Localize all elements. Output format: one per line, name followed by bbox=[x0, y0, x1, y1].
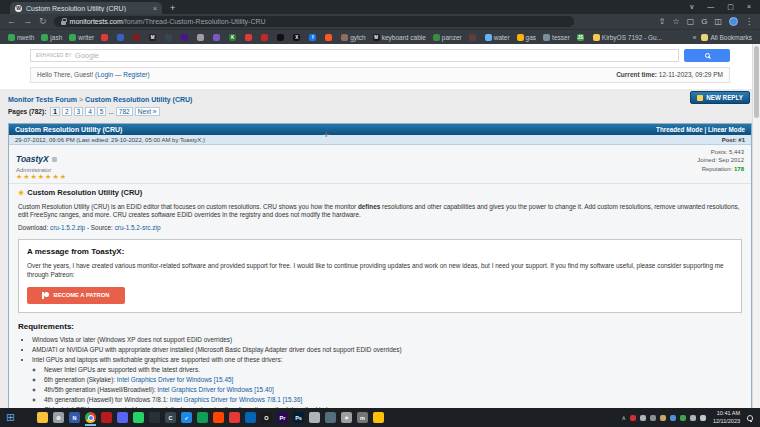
tray-icon-teams-blue[interactable] bbox=[670, 415, 676, 421]
bookmark-red2-app[interactable] bbox=[245, 34, 254, 41]
page-link[interactable]: 2 bbox=[62, 107, 72, 116]
taskbar-icon-premiere[interactable]: Pr bbox=[277, 412, 288, 423]
bookmark-gytch[interactable]: gytch bbox=[341, 34, 366, 41]
taskbar-icon-onedrive[interactable] bbox=[245, 412, 256, 423]
taskbar-icon-photoshop[interactable]: Ps bbox=[293, 412, 304, 423]
bookmark-star-icon[interactable]: ☆ bbox=[672, 17, 679, 26]
taskbar-icon-c-app[interactable]: C bbox=[165, 412, 176, 423]
bookmark-purple-app[interactable] bbox=[181, 34, 190, 41]
page-link[interactable]: 5 bbox=[97, 107, 107, 116]
bookmark-violet-app[interactable] bbox=[213, 34, 222, 41]
taskbar-icon-dark-face[interactable] bbox=[149, 412, 160, 423]
tray-icon-volume[interactable] bbox=[700, 415, 706, 421]
author-reputation-value[interactable]: 178 bbox=[734, 166, 744, 172]
taskbar-icon-settings[interactable]: ⚙ bbox=[53, 412, 64, 423]
taskbar-icon-orange-circle[interactable] bbox=[213, 412, 224, 423]
bookmark-gray-app[interactable] bbox=[197, 34, 206, 41]
tray-expand-icon[interactable]: ∧ bbox=[621, 414, 625, 421]
taskbar-icon-keyboard-app[interactable] bbox=[309, 412, 320, 423]
bookmark-maroon-app[interactable] bbox=[133, 34, 142, 41]
taskbar-icon-steam-like[interactable] bbox=[325, 412, 336, 423]
browser-menu-icon[interactable]: ⋮ bbox=[745, 17, 753, 26]
login-link[interactable]: Login bbox=[97, 71, 113, 78]
download-link[interactable]: cru-1.5.2.zip bbox=[50, 224, 85, 231]
driver-link[interactable]: Intel Graphics Driver for Windows 7/8.1 … bbox=[170, 396, 302, 403]
bookmark-keyboard-cable[interactable]: M keyboard cable bbox=[373, 34, 426, 41]
bookmark-kirbyos-folder[interactable]: KirbyOS 7192 - Gu... bbox=[593, 34, 662, 41]
bookmark-panzer[interactable]: panzer bbox=[433, 34, 462, 41]
bookmark-wheel-app[interactable] bbox=[165, 34, 174, 41]
tab-close-icon[interactable]: × bbox=[153, 5, 157, 12]
bookmark-js-app[interactable]: JS bbox=[577, 34, 586, 41]
taskbar-icon-blue-n-app[interactable]: N bbox=[69, 412, 80, 423]
forward-button[interactable]: → bbox=[23, 17, 32, 26]
bookmark-facebook-app[interactable]: f bbox=[309, 34, 318, 41]
driver-link[interactable]: Intel Graphics Driver for Windows [15.40… bbox=[157, 386, 274, 393]
window-maximize-button[interactable]: ▢ bbox=[727, 3, 734, 11]
bookmark-red3-app[interactable] bbox=[261, 34, 270, 41]
notifications-bell-icon[interactable] bbox=[747, 415, 753, 421]
bookmark-nweth[interactable]: nweth bbox=[8, 34, 34, 41]
bookmark-writer[interactable]: writer bbox=[69, 34, 94, 41]
bookmark-book-app[interactable] bbox=[469, 34, 478, 41]
page-next-link[interactable]: Next » bbox=[135, 107, 160, 116]
breadcrumb-forum-link[interactable]: Monitor Tests Forum bbox=[8, 96, 77, 103]
bookmark-orange-app[interactable] bbox=[325, 34, 334, 41]
bookmark-red-app[interactable] bbox=[101, 34, 110, 41]
bookmarks-overflow-icon[interactable]: « bbox=[693, 34, 697, 41]
taskbar-icon-start[interactable]: ⊞ bbox=[5, 412, 16, 423]
url-bar[interactable]: monitortests.com/forum/Thread-Custom-Res… bbox=[54, 16, 574, 27]
tray-icon-gray-2[interactable] bbox=[650, 415, 656, 421]
page-link[interactable]: 4 bbox=[85, 107, 95, 116]
bookmark-blue-app[interactable] bbox=[117, 34, 126, 41]
all-bookmarks-button[interactable]: All Bookmarks bbox=[701, 34, 752, 41]
taskbar-icon-red-circle[interactable] bbox=[229, 412, 240, 423]
window-restore-down-icon[interactable]: ∨ bbox=[689, 3, 694, 11]
tray-icon-green-square[interactable] bbox=[680, 415, 686, 421]
bookmark-water[interactable]: water bbox=[485, 34, 510, 41]
google-app-icon[interactable]: G bbox=[701, 17, 707, 26]
taskbar-icon-opera[interactable]: O bbox=[261, 412, 272, 423]
register-link[interactable]: Register bbox=[123, 71, 147, 78]
taskbar-icon-check-app[interactable]: ✓ bbox=[181, 412, 192, 423]
driver-link[interactable]: Intel Graphics Driver for Windows [15.45… bbox=[117, 376, 234, 383]
bookmark-tiktok-app[interactable] bbox=[277, 34, 286, 41]
taskbar-icon-file-explorer[interactable] bbox=[37, 412, 48, 423]
page-last-link[interactable]: 782 bbox=[116, 107, 133, 116]
tray-icon-gray-3[interactable] bbox=[690, 415, 696, 421]
author-name-link[interactable]: ToastyX bbox=[16, 154, 49, 164]
taskbar-icon-search[interactable] bbox=[21, 412, 32, 423]
taskbar-icon-chrome[interactable] bbox=[85, 412, 96, 423]
bookmark-gas[interactable]: gas bbox=[517, 34, 536, 41]
tray-icon-blocked-red[interactable] bbox=[630, 415, 636, 421]
tray-icon-gray-1[interactable] bbox=[640, 415, 646, 421]
source-link[interactable]: cru-1.5.2-src.zip bbox=[115, 224, 161, 231]
forum-search-input[interactable]: ENHANCED BY Google bbox=[30, 49, 679, 62]
extensions-icon[interactable]: ▢ bbox=[687, 17, 695, 26]
share-icon[interactable]: ⇧ bbox=[659, 17, 666, 26]
taskbar-icon-drive[interactable] bbox=[197, 412, 208, 423]
scrollbar-thumb[interactable] bbox=[754, 46, 759, 118]
back-button[interactable]: ← bbox=[7, 17, 16, 26]
bookmark-k-app[interactable]: K bbox=[229, 34, 238, 41]
page-scrollbar[interactable] bbox=[752, 44, 760, 408]
bookmark-x-app[interactable]: X bbox=[293, 34, 302, 41]
browser-tab[interactable]: W Custom Resolution Utility (CRU) × bbox=[10, 2, 162, 14]
taskbar-icon-x-tool[interactable]: ✶ bbox=[341, 412, 352, 423]
taskbar-icon-maroon-shield[interactable] bbox=[101, 412, 112, 423]
taskbar-icon-sticky-notes[interactable] bbox=[373, 412, 384, 423]
taskbar-clock[interactable]: 10:41 AM 12/11/2023 bbox=[713, 410, 740, 424]
new-reply-button[interactable]: NEW REPLY bbox=[690, 91, 750, 104]
taskbar-icon-whatsapp[interactable] bbox=[133, 412, 144, 423]
window-minimize-button[interactable]: — bbox=[707, 3, 714, 11]
window-close-button[interactable]: × bbox=[747, 3, 751, 11]
bookmark-jash[interactable]: jash bbox=[41, 34, 62, 41]
bookmark-tesser[interactable]: tesser bbox=[543, 34, 570, 41]
become-a-patron-button[interactable]: BECOME A PATRON bbox=[27, 287, 125, 304]
bookmark-m-app[interactable]: M bbox=[149, 34, 158, 41]
thread-mode-links[interactable]: Threaded Mode | Linear Mode bbox=[656, 126, 745, 133]
search-button[interactable] bbox=[684, 49, 730, 62]
profile-avatar[interactable] bbox=[729, 17, 738, 26]
page-link[interactable]: 3 bbox=[74, 107, 84, 116]
side-panel-icon[interactable]: ◫ bbox=[714, 17, 722, 26]
